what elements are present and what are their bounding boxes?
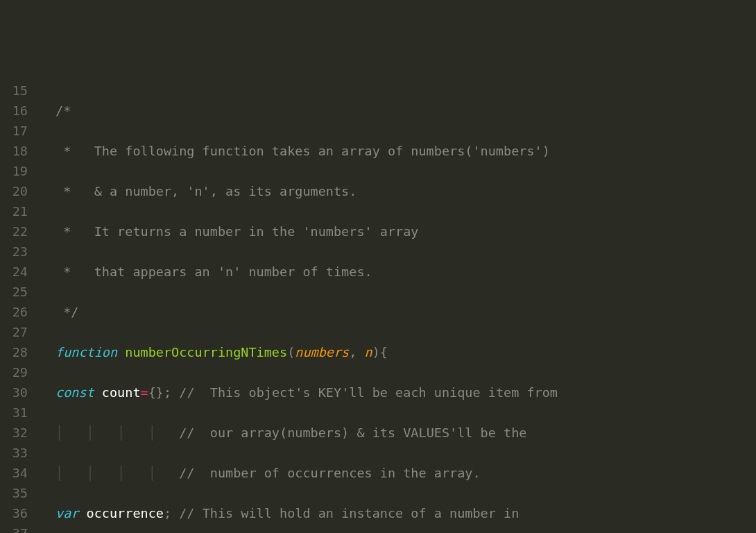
line-number: 27 — [0, 322, 28, 342]
code-editor: 1516171819202122232425262728293031323334… — [0, 81, 756, 533]
line-number: 37 — [0, 523, 28, 533]
line-number: 28 — [0, 342, 28, 362]
line-number-gutter: 1516171819202122232425262728293031323334… — [0, 81, 35, 533]
code-line: * that appears an 'n' number of times. — [55, 262, 756, 282]
line-number: 15 — [0, 81, 28, 101]
code-line: var occurrence; // This will hold an ins… — [55, 503, 756, 523]
code-line: function numberOccurringNTimes(numbers, … — [55, 342, 756, 362]
line-number: 36 — [0, 503, 28, 523]
code-line: */ — [55, 302, 756, 322]
line-number: 19 — [0, 161, 28, 181]
line-number: 16 — [0, 101, 28, 121]
line-number: 20 — [0, 181, 28, 201]
code-line: * & a number, 'n', as its arguments. — [55, 181, 756, 201]
code-line: /* — [55, 101, 756, 121]
line-number: 25 — [0, 282, 28, 302]
line-number: 23 — [0, 242, 28, 262]
line-number: 34 — [0, 463, 28, 483]
line-number: 32 — [0, 423, 28, 443]
code-line: * The following function takes an array … — [55, 141, 756, 161]
line-number: 30 — [0, 382, 28, 403]
line-number: 33 — [0, 443, 28, 463]
line-number: 24 — [0, 262, 28, 282]
line-number: 29 — [0, 362, 28, 382]
line-number: 21 — [0, 201, 28, 221]
line-number: 26 — [0, 302, 28, 322]
code-line: │ │ │ │ // our array(numbers) & its VALU… — [55, 423, 756, 443]
code-line: const count={}; // This object's KEY'll … — [55, 382, 756, 403]
line-number: 22 — [0, 221, 28, 242]
code-line: │ │ │ │ // number of occurrences in the … — [55, 463, 756, 483]
code-line: * It returns a number in the 'numbers' a… — [55, 221, 756, 242]
line-number: 35 — [0, 483, 28, 503]
line-number: 17 — [0, 121, 28, 141]
line-number: 31 — [0, 403, 28, 423]
code-area[interactable]: /* * The following function takes an arr… — [35, 81, 756, 533]
line-number: 18 — [0, 141, 28, 161]
